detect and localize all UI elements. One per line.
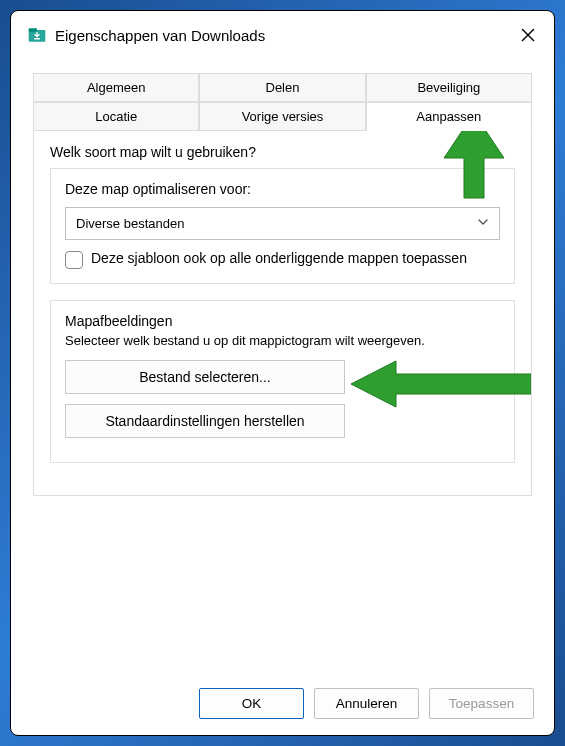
cancel-button[interactable]: Annuleren xyxy=(314,688,419,719)
content-area: Algemeen Delen Beveiliging Locatie Vorig… xyxy=(11,57,554,676)
ok-button[interactable]: OK xyxy=(199,688,304,719)
optimize-groupbox: Deze map optimaliseren voor: Diverse bes… xyxy=(50,168,515,284)
folder-images-groupbox: Mapafbeeldingen Selecteer welk bestand u… xyxy=(50,300,515,463)
svg-rect-1 xyxy=(29,28,37,31)
properties-dialog: Eigenschappen van Downloads Algemeen Del… xyxy=(10,10,555,736)
tab-previous-versions[interactable]: Vorige versies xyxy=(199,102,365,131)
titlebar: Eigenschappen van Downloads xyxy=(11,11,554,57)
restore-defaults-button[interactable]: Standaardinstellingen herstellen xyxy=(65,404,345,438)
folder-images-subtitle: Selecteer welk bestand u op dit mappicto… xyxy=(65,333,500,348)
tab-location[interactable]: Locatie xyxy=(33,102,199,131)
close-button[interactable] xyxy=(514,21,542,49)
optimize-label: Deze map optimaliseren voor: xyxy=(65,181,500,201)
window-title: Eigenschappen van Downloads xyxy=(55,27,514,44)
choose-file-button[interactable]: Bestand selecteren... xyxy=(65,360,345,394)
tab-sharing[interactable]: Delen xyxy=(199,73,365,102)
apply-to-subfolders-checkbox[interactable] xyxy=(65,251,83,269)
customize-panel: Welk soort map wilt u gebruiken? Deze ma… xyxy=(33,130,532,496)
apply-to-subfolders-row[interactable]: Deze sjabloon ook op alle onderliggende … xyxy=(65,250,500,269)
close-icon xyxy=(521,28,535,42)
tab-customize[interactable]: Aanpassen xyxy=(366,102,532,131)
dialog-footer: OK Annuleren Toepassen xyxy=(11,676,554,735)
tab-general[interactable]: Algemeen xyxy=(33,73,199,102)
chevron-down-icon xyxy=(477,216,489,231)
folder-images-title: Mapafbeeldingen xyxy=(65,313,500,329)
downloads-folder-icon xyxy=(27,25,47,45)
optimize-dropdown[interactable]: Diverse bestanden xyxy=(65,207,500,240)
folder-type-question: Welk soort map wilt u gebruiken? xyxy=(50,144,515,160)
apply-button[interactable]: Toepassen xyxy=(429,688,534,719)
apply-to-subfolders-label: Deze sjabloon ook op alle onderliggende … xyxy=(91,250,467,266)
tab-security[interactable]: Beveiliging xyxy=(366,73,532,102)
tab-strip: Algemeen Delen Beveiliging Locatie Vorig… xyxy=(33,73,532,131)
dropdown-value: Diverse bestanden xyxy=(76,216,184,231)
